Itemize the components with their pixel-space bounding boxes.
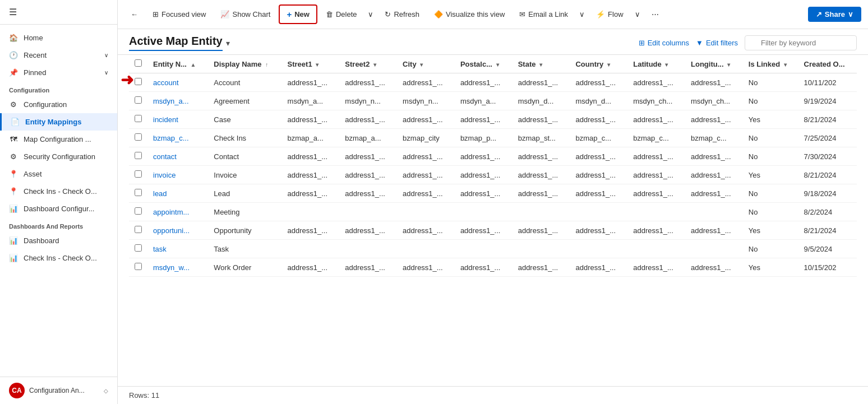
row-checkbox-6[interactable] [135,189,142,196]
row-latitude [627,240,685,258]
row-longitude: address1_... [685,73,743,92]
row-street1: address1_... [282,258,340,277]
refresh-button[interactable]: ↻ Refresh [378,7,426,22]
flow-dropdown-arrow[interactable]: ∨ [632,7,643,22]
row-checkbox-2[interactable] [135,115,142,122]
focused-view-button[interactable]: ⊞ Focused view [146,7,212,22]
row-entity-name[interactable]: lead [147,184,208,203]
row-entity-name[interactable]: appointm... [147,203,208,221]
row-checkbox-8[interactable] [135,226,142,233]
sidebar-item-home[interactable]: 🏠 Home [0,29,117,47]
row-postal: address1_... [455,147,513,166]
delete-icon: 🗑 [326,10,333,18]
sidebar-item-map-configuration[interactable]: 🗺 Map Configuration ... [0,131,117,148]
row-entity-name[interactable]: account [147,73,208,92]
row-street2: address1_... [339,147,397,166]
row-entity-name[interactable]: bzmap_c... [147,129,208,147]
sidebar-item-configuration[interactable]: ⚙ Configuration [0,96,117,113]
dashboards-section-title: Dashboards And Reports [0,217,117,232]
visualize-button[interactable]: 🔶 Visualize this view [428,7,511,22]
row-checkbox-0[interactable] [135,78,142,85]
row-entity-name[interactable]: opportuni... [147,221,208,240]
delete-button[interactable]: 🗑 Delete [320,7,363,22]
plus-icon: + [287,10,292,19]
flow-button[interactable]: ⚡ Flow [590,7,629,22]
row-country [570,203,627,221]
sidebar-item-dashboard-config[interactable]: 📊 Dashboard Configur... [0,200,117,217]
sidebar-item-asset[interactable]: 📍 Asset [0,165,117,183]
sidebar-item-pinned[interactable]: 📌 Pinned ∨ [0,64,117,81]
row-postal: address1_... [455,110,513,129]
sidebar-item-dashboard[interactable]: 📊 Dashboard [0,232,117,249]
row-entity-name[interactable]: msdyn_w... [147,258,208,277]
row-entity-name[interactable]: msdyn_a... [147,92,208,110]
row-is-linked: Yes [743,166,798,184]
email-link-button[interactable]: ✉ Email a Link [513,7,574,22]
sidebar-item-check-ins-report[interactable]: 📊 Check Ins - Check O... [0,249,117,267]
col-street2[interactable]: Street2 ▾ [339,55,397,73]
page-title-chevron-icon[interactable]: ▾ [226,39,230,48]
col-longitude[interactable]: Longitu... ▾ [685,55,743,73]
edit-columns-button[interactable]: ⊞ Edit columns [639,39,689,47]
row-checkbox-3[interactable] [135,133,142,141]
table-row: lead Lead address1_... address1_... addr… [129,184,857,203]
row-checkbox-1[interactable] [135,96,142,104]
show-chart-button[interactable]: 📈 Show Chart [214,7,276,22]
row-street1: address1_... [282,110,340,129]
col-is-linked[interactable]: Is Linked ▾ [743,55,798,73]
row-checkbox-4[interactable] [135,152,142,159]
row-entity-name[interactable]: invoice [147,166,208,184]
row-created-on: 8/21/2024 [798,166,857,184]
row-entity-name[interactable]: incident [147,110,208,129]
row-checkbox-7[interactable] [135,207,142,215]
row-entity-name[interactable]: task [147,240,208,258]
filter-input[interactable] [745,35,857,50]
row-entity-name[interactable]: contact [147,147,208,166]
row-postal: address1_... [455,166,513,184]
col-display-name[interactable]: Display Name ↑ [208,55,281,73]
share-icon: ↗ [816,10,822,18]
sidebar-item-check-ins[interactable]: 📍 Check Ins - Check O... [0,183,117,200]
col-country[interactable]: Country ▾ [570,55,627,73]
row-country: address1_... [570,184,627,203]
sidebar-item-recent[interactable]: 🕐 Recent ∨ [0,47,117,64]
delete-dropdown-arrow[interactable]: ∨ [365,7,376,22]
row-checkbox-10[interactable] [135,263,142,270]
show-chart-label: Show Chart [232,10,270,18]
row-street2: address1_... [339,73,397,92]
select-all-checkbox[interactable] [135,59,142,67]
new-button-wrapper: + New [279,4,317,24]
col-postal[interactable]: Postalc... ▾ [455,55,513,73]
email-dropdown-arrow[interactable]: ∨ [576,7,588,22]
row-display-name: Account [208,73,281,92]
col-state[interactable]: State ▾ [513,55,570,73]
row-checkbox-cell [129,184,147,203]
back-button[interactable]: ← [124,7,144,22]
row-checkbox-5[interactable] [135,170,142,178]
row-checkbox-9[interactable] [135,244,142,252]
footer-expand-icon[interactable]: ◇ [104,388,108,394]
col-city[interactable]: City ▾ [397,55,455,73]
col-street1[interactable]: Street1 ▾ [282,55,340,73]
sidebar-item-security-configuration[interactable]: ⚙ Security Configuration [0,148,117,165]
more-icon: ⋯ [652,10,659,18]
row-state: address1_... [513,73,570,92]
row-is-linked: No [743,203,798,221]
col-entity-name[interactable]: Entity N... ▲ [147,55,208,73]
row-city [397,203,455,221]
table-container: ➜ Entity N... ▲ Display Name ↑ [118,55,868,386]
edit-filters-button[interactable]: ▼ Edit filters [696,39,738,47]
dashboard-icon: 📊 [9,236,18,245]
row-street1: address1_... [282,166,340,184]
row-street1: address1_... [282,184,340,203]
sidebar-item-entity-mappings[interactable]: 📄 Entity Mappings [0,113,117,131]
row-postal: bzmap_p... [455,129,513,147]
share-button[interactable]: ↗ Share ∨ [808,7,861,22]
row-city: address1_... [397,147,455,166]
row-created-on: 9/18/2024 [798,184,857,203]
new-button[interactable]: + New [280,6,316,22]
more-button[interactable]: ⋯ [645,7,665,22]
col-latitude[interactable]: Latitude ▾ [627,55,685,73]
col-created-on[interactable]: Created O... [798,55,857,73]
hamburger-icon[interactable]: ☰ [9,7,17,17]
